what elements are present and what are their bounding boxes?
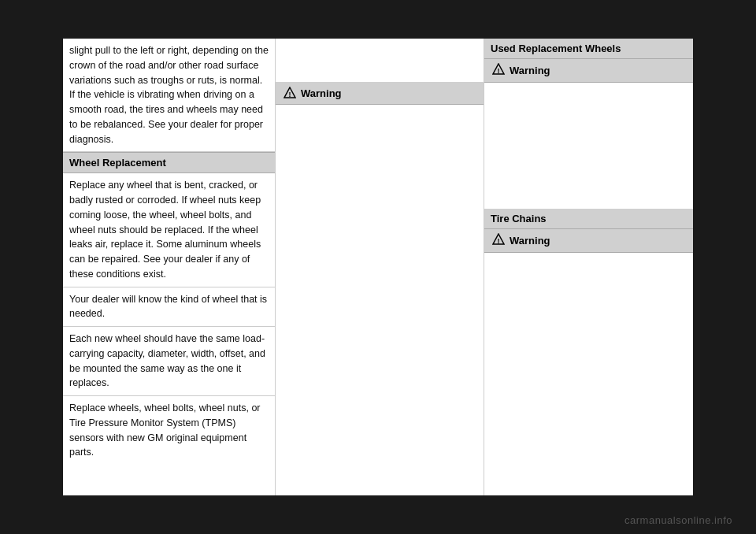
tire-warning-triangle-icon: ! (492, 233, 505, 248)
mid-warning-wrapper: ! Warning (276, 39, 484, 105)
triangle-svg-3: ! (492, 233, 505, 246)
svg-text:!: ! (498, 237, 500, 245)
mid-warning-banner: ! Warning (276, 82, 484, 105)
svg-text:!: ! (498, 67, 500, 75)
tire-chains-warning: ! Warning (484, 229, 693, 253)
intro-text: slight pull to the left or right, depend… (63, 39, 275, 152)
wheel-block-4: Replace wheels, wheel bolts, wheel nuts,… (63, 396, 275, 465)
wheel-block-1: Replace any wheel that is bent, cracked,… (63, 173, 275, 287)
wheel-replacement-header: Wheel Replacement (63, 152, 275, 173)
left-column: slight pull to the left or right, depend… (63, 39, 276, 495)
wheel-block-3: Each new wheel should have the same load… (63, 327, 275, 396)
watermark: carmanualsonline.info (624, 514, 732, 526)
used-warning-triangle-icon: ! (492, 63, 505, 78)
tire-chains-section: Tire Chains ! Warning (484, 209, 693, 253)
page-container: slight pull to the left or right, depend… (63, 39, 693, 495)
used-replacement-warning: ! Warning (484, 59, 693, 83)
warning-triangle-icon: ! (284, 87, 296, 99)
intro-paragraph: slight pull to the left or right, depend… (69, 45, 269, 145)
tire-warning-label: Warning (510, 235, 550, 247)
mid-column: ! Warning (276, 39, 484, 495)
used-replacement-section: Used Replacement Wheels ! Warning (484, 39, 693, 83)
triangle-svg: ! (284, 87, 296, 99)
tire-chains-header: Tire Chains (484, 209, 693, 229)
triangle-svg-2: ! (492, 63, 505, 76)
used-replacement-header: Used Replacement Wheels (484, 39, 693, 59)
right-column: Used Replacement Wheels ! Warning Tire C… (484, 39, 693, 495)
wheel-block-2: Your dealer will know the kind of wheel … (63, 287, 275, 328)
used-warning-label: Warning (510, 65, 550, 76)
svg-text:!: ! (289, 91, 291, 98)
mid-warning-label: Warning (301, 87, 342, 99)
